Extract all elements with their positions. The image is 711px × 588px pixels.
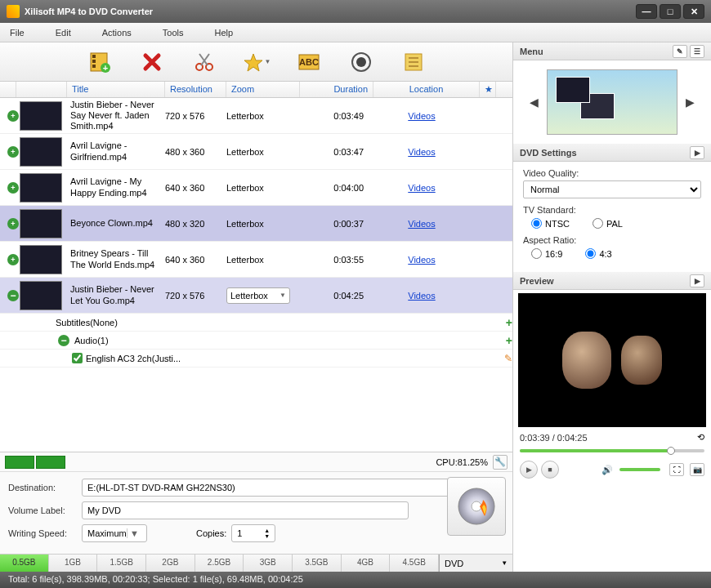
add-icon[interactable]: +: [506, 316, 512, 329]
dvd-settings-body: Video Quality: Normal TV Standard: NTSC …: [513, 162, 711, 272]
start-burn-button[interactable]: [447, 477, 506, 536]
stop-button[interactable]: ■: [541, 461, 559, 479]
file-row[interactable]: +Beyonce Clown.mp4480 x 320Letterbox0:00…: [0, 206, 512, 242]
location-link[interactable]: Videos: [408, 219, 435, 229]
location-link[interactable]: Videos: [408, 183, 435, 193]
subrow-audiotrack[interactable]: English AC3 2ch(Justi...✎: [0, 350, 512, 368]
volume-label-input[interactable]: My DVD: [82, 501, 409, 519]
menu-prev-button[interactable]: ◀: [526, 92, 542, 112]
cpu-graph-icon: [5, 456, 34, 469]
writing-speed-select[interactable]: Maximum▼: [82, 524, 147, 542]
loop-icon[interactable]: ⟲: [697, 432, 704, 443]
add-icon[interactable]: +: [506, 334, 512, 347]
burn-button[interactable]: [347, 47, 376, 77]
collapse-icon[interactable]: −: [58, 335, 69, 346]
video-quality-select[interactable]: Normal: [523, 180, 701, 198]
svg-point-11: [356, 57, 366, 67]
menu-edit-button[interactable]: ✎: [673, 45, 687, 58]
menu-file[interactable]: File: [10, 28, 25, 38]
menu-next-button[interactable]: ▶: [682, 92, 698, 112]
file-thumb: [20, 281, 62, 310]
expand-icon[interactable]: +: [7, 146, 19, 158]
close-button[interactable]: ✕: [683, 4, 704, 19]
fullscreen-button[interactable]: ⛶: [669, 463, 684, 476]
copies-label: Copies:: [196, 528, 226, 538]
size-segment: 2.5GB: [195, 555, 244, 572]
titlebar: Xilisoft MP4 to DVD Converter — □ ✕: [0, 0, 711, 23]
expand-icon[interactable]: +: [7, 110, 19, 122]
snapshot-button[interactable]: 📷: [690, 463, 704, 476]
volume-icon[interactable]: 🔊: [601, 465, 613, 475]
ar-169-radio[interactable]: 16:9: [531, 248, 562, 259]
menu-edit[interactable]: Edit: [56, 28, 71, 38]
size-segment: 3.5GB: [293, 555, 342, 572]
list-button[interactable]: [399, 47, 428, 77]
col-title[interactable]: Title: [67, 82, 165, 97]
file-row[interactable]: −Justin Bieber - Never Let You Go.mp4720…: [0, 278, 512, 314]
file-thumb: [20, 137, 62, 167]
cpu-label: CPU:81.25%: [436, 457, 488, 467]
preview-expand-button[interactable]: ▶: [690, 274, 704, 287]
size-gauge: 0.5GB1GB1.5GB2GB2.5GB3GB3.5GB4GB4.5GBDVD…: [0, 554, 512, 572]
location-link[interactable]: Videos: [408, 111, 435, 121]
file-title: Justin Bieber - Never Let You Go.mp4: [65, 283, 160, 307]
audiotrack-checkbox[interactable]: [72, 353, 83, 363]
file-row[interactable]: +Avril Lavigne - Girlfriend.mp4480 x 360…: [0, 134, 512, 170]
subrow-subtitles[interactable]: Subtitles(None)+: [0, 314, 512, 332]
collapse-icon[interactable]: −: [7, 290, 19, 301]
minimize-button[interactable]: —: [636, 4, 657, 19]
col-location[interactable]: Location: [373, 82, 480, 97]
cpu-settings-button[interactable]: 🔧: [493, 455, 508, 470]
file-row[interactable]: +Avril Lavigne - My Happy Ending.mp4640 …: [0, 170, 512, 206]
expand-icon[interactable]: +: [7, 218, 19, 229]
zoom-select[interactable]: Letterbox▼: [226, 287, 290, 304]
app-logo-icon: [7, 5, 20, 18]
add-file-button[interactable]: +: [85, 47, 114, 77]
subrow-audio[interactable]: −Audio(1)+: [0, 332, 512, 350]
play-button[interactable]: ▶: [520, 461, 538, 479]
ar-43-radio[interactable]: 4:3: [585, 248, 611, 259]
col-star[interactable]: ★: [480, 82, 496, 97]
menu-list-button[interactable]: ☰: [690, 45, 704, 58]
expand-icon[interactable]: +: [7, 182, 19, 194]
menu-preview: ◀ ▶: [513, 60, 711, 144]
file-row[interactable]: +Britney Spears - Till The World Ends.mp…: [0, 242, 512, 278]
size-segment: 1.5GB: [97, 555, 146, 572]
cut-button[interactable]: [190, 47, 219, 77]
destination-panel: Destination: E:(HL-DT-ST DVD-RAM GH22NS3…: [0, 471, 512, 554]
copies-spinner[interactable]: 1▲▼: [231, 524, 275, 542]
effects-button[interactable]: ▼: [242, 47, 271, 77]
disc-type-select[interactable]: DVD▼: [439, 555, 512, 572]
col-duration[interactable]: Duration: [300, 82, 373, 97]
preview-seek-slider[interactable]: [520, 446, 704, 456]
delete-button[interactable]: [137, 47, 167, 77]
pal-radio[interactable]: PAL: [592, 218, 623, 229]
preview-time: 0:03:39 / 0:04:25: [520, 433, 588, 443]
location-link[interactable]: Videos: [408, 291, 435, 301]
col-resolution[interactable]: Resolution: [165, 82, 226, 97]
expand-icon[interactable]: +: [7, 254, 19, 265]
menu-tools[interactable]: Tools: [163, 28, 184, 38]
volume-slider[interactable]: [619, 468, 660, 471]
location-link[interactable]: Videos: [408, 255, 435, 265]
size-segment: 0.5GB: [0, 555, 49, 572]
maximize-button[interactable]: □: [660, 4, 681, 19]
tv-standard-label: TV Standard:: [523, 205, 701, 215]
file-grid: +Justin Bieber - Never Say Never ft. Jad…: [0, 98, 512, 452]
destination-select[interactable]: E:(HL-DT-ST DVD-RAM GH22NS30)▼: [82, 479, 504, 497]
aspect-ratio-label: Aspect Ratio:: [523, 235, 701, 245]
menu-template-thumb[interactable]: [547, 69, 677, 135]
file-title: Justin Bieber - Never Say Never ft. Jade…: [65, 98, 160, 133]
edit-icon[interactable]: ✎: [504, 353, 512, 364]
menu-actions[interactable]: Actions: [102, 28, 132, 38]
svg-text:ABC: ABC: [299, 57, 319, 67]
svg-rect-2: [92, 60, 96, 63]
location-link[interactable]: Videos: [408, 147, 435, 157]
col-zoom[interactable]: Zoom: [226, 82, 300, 97]
ntsc-radio[interactable]: NTSC: [531, 218, 570, 229]
subtitle-button[interactable]: ABC: [294, 47, 324, 77]
file-row[interactable]: +Justin Bieber - Never Say Never ft. Jad…: [0, 98, 512, 134]
preview-video[interactable]: [518, 293, 706, 427]
menu-help[interactable]: Help: [214, 28, 233, 38]
dvd-settings-expand-button[interactable]: ▶: [690, 146, 704, 159]
